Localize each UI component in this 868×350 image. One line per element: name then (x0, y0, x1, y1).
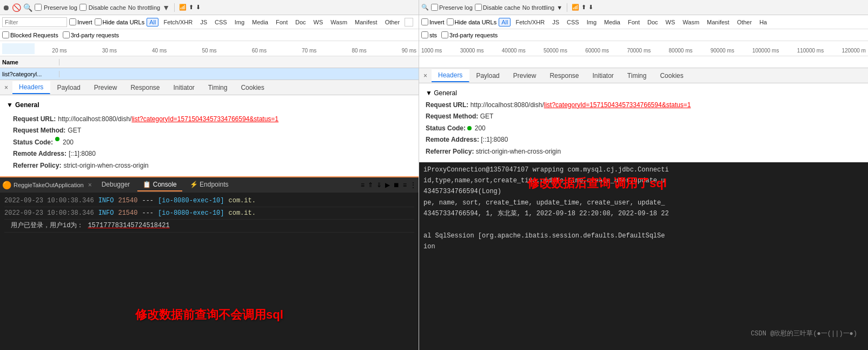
right-referrer-policy-label: Referrer Policy: (426, 148, 474, 155)
request-url-link[interactable]: list?categoryId=15715043457334766594&sta… (131, 115, 279, 123)
debugger-tab[interactable]: Debugger (96, 179, 136, 191)
terminal-line-8: ion (423, 241, 864, 252)
right-tab-cookies[interactable]: Cookies (653, 70, 690, 82)
right-filter-manifest-btn[interactable]: Manifest (704, 18, 732, 27)
right-third-party-label[interactable]: 3rd-party requests (441, 31, 498, 38)
right-time-labels: 1000 ms 30000 ms 40000 ms 50000 ms 60000… (419, 48, 868, 56)
right-invert-checkbox[interactable] (421, 18, 428, 25)
filter-wasm-btn[interactable]: Wasm (328, 18, 350, 27)
right-preserve-log-label[interactable]: Preserve log (431, 4, 473, 11)
third-party-label[interactable]: 3rd-party requests (63, 31, 119, 38)
throttle-dropdown-icon[interactable]: ▼ (162, 3, 170, 12)
right-request-method-label: Request Method: (426, 113, 478, 120)
console-ctrl-6[interactable]: ≡ (403, 181, 407, 189)
tab-preview[interactable]: Preview (88, 82, 124, 94)
console-ctrl-3[interactable]: ⇓ (376, 181, 382, 189)
right-filter-media-btn[interactable]: Media (601, 18, 623, 27)
right-filter-doc-btn[interactable]: Doc (645, 18, 661, 27)
right-filter-ha-btn[interactable]: Ha (757, 18, 770, 27)
disable-cache-label[interactable]: Disable cache (79, 4, 126, 11)
console-ctrl-4[interactable]: ▶ (385, 181, 390, 189)
more-filters-icon[interactable] (405, 18, 413, 27)
console-ctrl-2[interactable]: ⇑ (368, 181, 373, 189)
request-name[interactable]: list?categoryl... (0, 71, 59, 77)
filter-ws-btn[interactable]: WS (311, 18, 326, 27)
right-filter-wasm-btn[interactable]: Wasm (680, 18, 702, 27)
preserve-log-label[interactable]: Preserve log (35, 4, 77, 11)
right-tab-initiator[interactable]: Initiator (586, 70, 620, 82)
right-tab-response[interactable]: Response (543, 70, 586, 82)
blocked-requests-label[interactable]: Blocked Requests (2, 31, 58, 38)
tab-cookies[interactable]: Cookies (234, 82, 271, 94)
right-tab-payload[interactable]: Payload (469, 70, 506, 82)
filter-input[interactable] (2, 17, 67, 27)
tab-payload[interactable]: Payload (50, 82, 87, 94)
terminal-line-6 (423, 220, 864, 230)
tab-headers[interactable]: Headers (12, 81, 50, 94)
invert-label[interactable]: Invert (69, 18, 92, 25)
tab-response[interactable]: Response (124, 82, 167, 94)
preserve-log-checkbox[interactable] (35, 4, 42, 11)
general-section-header[interactable]: ▼ General (6, 100, 412, 111)
filter-js-btn[interactable]: JS (197, 18, 210, 27)
filter-media-btn[interactable]: Media (249, 18, 271, 27)
terminal-line-7: al SqlSession [org.apache.ibatis.session… (423, 230, 864, 241)
console-ctrl-7[interactable]: ⋮ (410, 181, 416, 189)
referrer-policy-row: Referrer Policy: strict-origin-when-cros… (6, 160, 412, 172)
right-filter-font-btn[interactable]: Font (625, 18, 642, 27)
tab-close-btn[interactable]: × (0, 82, 12, 94)
app-tab-close[interactable]: × (88, 181, 92, 189)
third-party-checkbox[interactable] (63, 31, 70, 38)
right-filter-all-btn[interactable]: All (499, 18, 511, 27)
invert-checkbox[interactable] (69, 18, 76, 25)
hide-data-urls-checkbox[interactable] (95, 18, 102, 25)
right-sts-checkbox[interactable] (421, 31, 428, 38)
right-tab-headers[interactable]: Headers (432, 69, 469, 82)
filter-doc-btn[interactable]: Doc (293, 18, 309, 27)
right-request-url-value: http://localhost:8080/dish/list?category… (471, 101, 691, 109)
right-hide-data-urls-label[interactable]: Hide data URLs (447, 18, 497, 25)
right-toolbar-sep (567, 3, 567, 12)
request-row[interactable]: list?categoryl... (0, 68, 419, 80)
filter-all-btn[interactable]: All (147, 18, 158, 27)
right-general-header[interactable]: ▼ General (426, 88, 862, 100)
disable-cache-checkbox[interactable] (79, 4, 87, 11)
endpoints-tab[interactable]: ⚡ Endpoints (184, 179, 234, 191)
filter-img-btn[interactable]: Img (232, 18, 247, 27)
right-disable-cache-checkbox[interactable] (475, 4, 482, 11)
right-filter-other-btn[interactable]: Other (734, 18, 755, 27)
right-filter-css-btn[interactable]: CSS (564, 18, 582, 27)
right-remote-address-value: [::1]:8080 (481, 136, 508, 143)
filter-font-btn[interactable]: Font (273, 18, 290, 27)
right-filter-js-btn[interactable]: JS (549, 18, 562, 27)
filter-css-btn[interactable]: CSS (212, 18, 230, 27)
right-status-code-label: Status Code: (426, 124, 466, 132)
right-throttle-dropdown-icon[interactable]: ▼ (556, 4, 562, 11)
right-disable-cache-label[interactable]: Disable cache (475, 4, 520, 11)
right-request-url-link[interactable]: list?categoryId=15715043457334766594&sta… (544, 101, 691, 109)
right-request-area (419, 56, 868, 68)
console-tab[interactable]: 📋 Console (137, 179, 182, 191)
hide-data-urls-label[interactable]: Hide data URLs (95, 18, 145, 25)
remote-address-label: Remote Address: (13, 148, 67, 160)
right-tab-preview[interactable]: Preview (507, 70, 544, 82)
right-tab-close-btn[interactable]: × (419, 70, 432, 82)
right-preserve-log-checkbox[interactable] (431, 4, 438, 11)
console-ctrl-1[interactable]: ≡ (361, 181, 365, 189)
right-invert-label[interactable]: Invert (421, 18, 445, 25)
right-hide-data-urls-checkbox[interactable] (447, 18, 454, 25)
tab-timing[interactable]: Timing (202, 82, 235, 94)
right-sts-label[interactable]: sts (421, 31, 437, 38)
filter-other-btn[interactable]: Other (382, 18, 403, 27)
remote-address-row: Remote Address: [::1]:8080 (6, 148, 412, 160)
right-tab-timing[interactable]: Timing (621, 70, 654, 82)
filter-fetch-xhr-btn[interactable]: Fetch/XHR (161, 18, 195, 27)
blocked-requests-checkbox[interactable] (2, 31, 9, 38)
tab-initiator[interactable]: Initiator (167, 82, 201, 94)
right-third-party-checkbox[interactable] (441, 31, 448, 38)
right-filter-ws-btn[interactable]: WS (663, 18, 678, 27)
right-filter-img-btn[interactable]: Img (584, 18, 599, 27)
console-ctrl-5[interactable]: ⏹ (393, 181, 400, 189)
right-filter-fetch-xhr-btn[interactable]: Fetch/XHR (513, 18, 547, 27)
filter-manifest-btn[interactable]: Manifest (352, 18, 380, 27)
